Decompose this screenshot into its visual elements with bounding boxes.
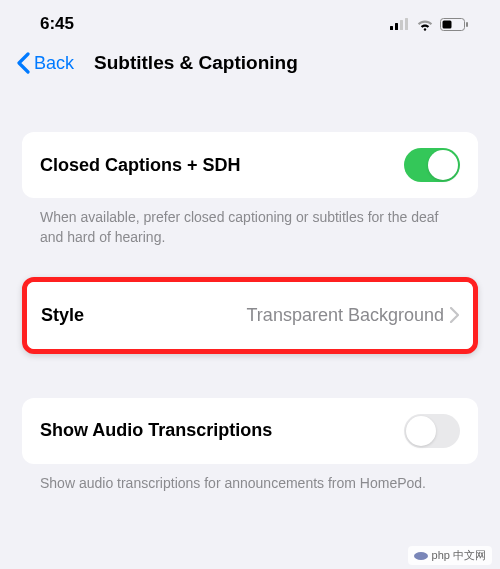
svg-rect-7 xyxy=(466,22,468,27)
nav-bar: Back Subtitles & Captioning xyxy=(0,42,500,92)
style-label: Style xyxy=(41,305,84,326)
closed-captions-label: Closed Captions + SDH xyxy=(40,155,241,176)
wifi-icon xyxy=(416,18,434,31)
status-icons xyxy=(390,18,468,31)
php-logo-icon xyxy=(414,551,428,561)
page-title: Subtitles & Captioning xyxy=(94,52,298,74)
style-value: Transparent Background xyxy=(247,304,444,327)
watermark: php 中文网 xyxy=(408,546,492,565)
cellular-icon xyxy=(390,18,410,30)
closed-captions-cell: Closed Captions + SDH xyxy=(22,132,478,198)
closed-captions-footer: When available, prefer closed captioning… xyxy=(22,198,478,247)
svg-rect-2 xyxy=(400,20,403,30)
transcriptions-toggle[interactable] xyxy=(404,414,460,448)
transcriptions-footer: Show audio transcriptions for announceme… xyxy=(22,464,478,494)
status-time: 6:45 xyxy=(40,14,74,34)
watermark-text: php 中文网 xyxy=(432,548,486,563)
back-label: Back xyxy=(34,53,74,74)
transcriptions-cell: Show Audio Transcriptions xyxy=(22,398,478,464)
battery-icon xyxy=(440,18,468,31)
back-button[interactable]: Back xyxy=(16,52,74,74)
svg-point-8 xyxy=(414,552,428,560)
svg-rect-0 xyxy=(390,26,393,30)
content: Closed Captions + SDH When available, pr… xyxy=(0,92,500,493)
svg-point-4 xyxy=(424,28,426,30)
chevron-right-icon xyxy=(450,307,459,323)
style-cell[interactable]: Style Transparent Background xyxy=(27,282,473,349)
transcriptions-label: Show Audio Transcriptions xyxy=(40,420,272,441)
svg-rect-1 xyxy=(395,23,398,30)
status-bar: 6:45 xyxy=(0,0,500,42)
closed-captions-toggle[interactable] xyxy=(404,148,460,182)
chevron-left-icon xyxy=(16,52,30,74)
style-highlight: Style Transparent Background xyxy=(22,277,478,354)
toggle-knob xyxy=(406,416,436,446)
svg-rect-6 xyxy=(443,20,452,28)
svg-rect-3 xyxy=(405,18,408,30)
toggle-knob xyxy=(428,150,458,180)
